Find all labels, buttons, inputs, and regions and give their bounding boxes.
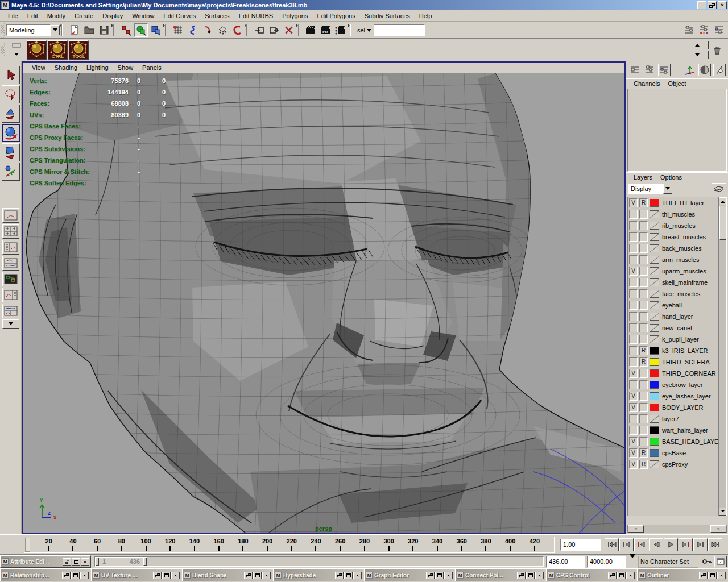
layer-color-swatch[interactable]	[650, 290, 659, 298]
layer-visibility-toggle[interactable]	[629, 210, 638, 219]
channel-box-empty[interactable]	[627, 89, 727, 172]
layer-name[interactable]: eyebrow_layer	[662, 381, 703, 388]
restore-button[interactable]	[699, 572, 708, 579]
close-button[interactable]: ×	[718, 1, 727, 9]
step-forward-key-button[interactable]	[679, 538, 693, 551]
layout-menu-button[interactable]	[2, 319, 19, 329]
layer-row[interactable]: rib_muscles	[628, 220, 726, 231]
maximize-button[interactable]	[253, 572, 262, 579]
shelf-grip[interactable]	[1, 43, 5, 57]
quick-select-input[interactable]	[374, 24, 425, 36]
layer-reference-toggle[interactable]	[639, 221, 648, 230]
close-button[interactable]: ×	[262, 572, 271, 579]
layer-visibility-toggle[interactable]	[629, 232, 638, 242]
layer-reference-toggle[interactable]	[639, 289, 648, 298]
trash-button[interactable]	[711, 44, 723, 56]
layer-visibility-toggle[interactable]: V	[629, 460, 638, 469]
layer-row[interactable]: V THIRD_CORNEAR	[628, 368, 726, 379]
rotate-tool[interactable]	[2, 124, 20, 142]
minimized-window[interactable]: M Graph Editor ×	[364, 569, 454, 581]
layer-row[interactable]: breast_muscles	[628, 231, 726, 243]
shelf-tab-menu-button[interactable]	[9, 51, 24, 59]
channelbox-menu-item[interactable]: Object	[664, 80, 690, 88]
maximize-button[interactable]	[162, 572, 171, 579]
maximize-button[interactable]	[526, 572, 535, 579]
menu-item[interactable]: Edit Polygons	[312, 11, 359, 20]
layer-reference-toggle[interactable]: R	[639, 198, 648, 207]
show-manipulator-tool[interactable]	[2, 163, 20, 181]
layer-visibility-toggle[interactable]	[629, 426, 638, 435]
maximize-button[interactable]	[617, 572, 626, 579]
render-current-frame-button[interactable]	[304, 23, 318, 37]
layers-menu-item[interactable]: Layers	[630, 173, 656, 181]
layer-color-swatch[interactable]	[650, 392, 659, 400]
snap-to-point-button[interactable]	[201, 23, 214, 37]
layer-name[interactable]: back_muscles	[662, 245, 702, 252]
layer-visibility-toggle[interactable]	[629, 301, 638, 310]
layer-name[interactable]: cpsProxy	[662, 461, 688, 468]
layer-row[interactable]: back_muscles	[628, 243, 726, 254]
render-sphere-button[interactable]	[698, 64, 711, 76]
channelbox-menu-item[interactable]: Channels	[630, 80, 664, 88]
snap-to-curve-button[interactable]	[186, 23, 200, 37]
layer-row[interactable]: V R THEETH_layer	[628, 197, 726, 209]
layer-visibility-toggle[interactable]	[629, 289, 638, 298]
minimized-window-attribute-editor[interactable]: M Attribute Edi... ×	[0, 555, 91, 568]
outliner-persp-layout-button[interactable]	[2, 240, 19, 255]
show-attribute-editor-button[interactable]	[682, 23, 696, 37]
auto-keyframe-button[interactable]	[701, 556, 713, 567]
minimized-window[interactable]: M CPS Control ×	[546, 569, 636, 581]
hypergraph-persp-layout-button[interactable]	[2, 272, 19, 286]
layer-color-swatch[interactable]	[650, 426, 659, 434]
new-layer-button[interactable]	[712, 183, 726, 194]
maximize-button[interactable]	[708, 572, 717, 579]
current-time-field[interactable]: 1.00	[560, 539, 601, 551]
layer-mode-arrow[interactable]	[663, 184, 672, 194]
layer-visibility-toggle[interactable]	[629, 255, 638, 264]
group-separator[interactable]	[61, 23, 65, 37]
layer-name[interactable]: THIRD_CORNEAR	[662, 370, 716, 377]
open-scene-button[interactable]	[82, 23, 96, 37]
close-button[interactable]: ×	[535, 572, 544, 579]
layer-reference-toggle[interactable]	[639, 392, 648, 401]
group-separator[interactable]	[350, 23, 354, 37]
layer-visibility-toggle[interactable]	[629, 346, 638, 355]
layer-visibility-toggle[interactable]	[629, 221, 638, 230]
quick-select-arrow-icon[interactable]	[367, 29, 371, 34]
layer-color-swatch[interactable]	[650, 210, 659, 218]
layers-menu-item[interactable]: Options	[656, 173, 686, 181]
layer-color-swatch[interactable]	[650, 358, 659, 366]
time-ruler[interactable]: 20 40 60 80 100 120	[24, 537, 555, 553]
shelf-scroll-down-button[interactable]	[686, 51, 709, 59]
layer-visibility-toggle[interactable]: V	[629, 198, 638, 207]
close-button[interactable]: ×	[80, 572, 89, 579]
layer-color-swatch[interactable]	[650, 267, 659, 275]
layer-reference-toggle[interactable]	[639, 244, 648, 253]
snap-to-view-plane-button[interactable]	[216, 23, 229, 37]
step-forward-frame-button[interactable]	[693, 538, 708, 551]
layer-reference-toggle[interactable]	[639, 267, 648, 276]
close-button[interactable]: ×	[626, 572, 635, 579]
multi-pane-layout-button[interactable]	[2, 304, 19, 318]
layer-row[interactable]: V eye_lashes_layer	[628, 390, 726, 402]
layer-row[interactable]: skell_mainframe	[628, 277, 726, 288]
show-channel-box-button[interactable]	[712, 23, 726, 37]
layer-name[interactable]: rib_muscles	[662, 222, 696, 229]
restore-button[interactable]	[244, 572, 253, 579]
group-separator[interactable]	[246, 23, 250, 37]
output-connections-button[interactable]	[267, 23, 281, 37]
close-button[interactable]: ×	[444, 572, 453, 579]
menu-set-arrow[interactable]	[51, 25, 60, 35]
menu-item[interactable]: Modify	[43, 11, 70, 20]
layer-color-swatch[interactable]	[650, 460, 659, 468]
menu-item[interactable]: Polygons	[278, 11, 312, 20]
single-pane-layout-button[interactable]	[2, 208, 19, 223]
layer-reference-toggle[interactable]	[639, 335, 648, 344]
make-live-button[interactable]	[230, 23, 244, 37]
menu-item[interactable]: Surfaces	[200, 11, 234, 20]
viewport-menu-item[interactable]: Shading	[50, 64, 82, 72]
shelf-item-button[interactable]: TOOL	[69, 40, 89, 60]
layer-color-swatch[interactable]	[650, 222, 659, 230]
layer-name[interactable]: layer7	[662, 415, 679, 422]
hscroll-left-button[interactable]: «	[628, 525, 644, 533]
